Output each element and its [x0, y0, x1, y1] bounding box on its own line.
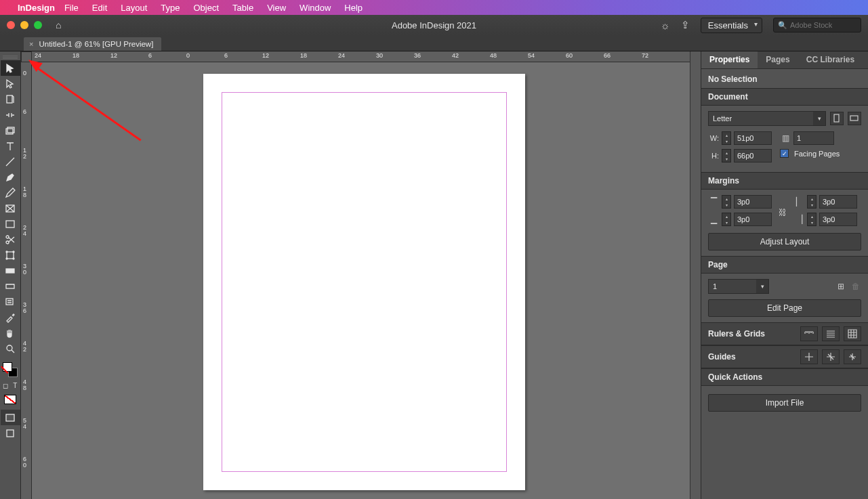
vertical-scrollbar[interactable]	[690, 51, 701, 499]
direct-selection-tool[interactable]	[1, 76, 20, 91]
scissors-tool[interactable]	[1, 232, 20, 247]
rulers-title: Rulers & Grids	[708, 329, 765, 339]
adobe-stock-search[interactable]: 🔍	[773, 18, 861, 32]
add-page-icon[interactable]: ⊞	[835, 281, 846, 292]
rectangle-tool[interactable]	[1, 216, 20, 232]
view-mode-normal[interactable]	[1, 410, 20, 425]
tab-properties[interactable]: Properties	[701, 51, 758, 68]
import-file-button[interactable]: Import File	[708, 394, 861, 412]
lightbulb-icon[interactable]: ☼	[661, 20, 670, 31]
horizontal-ruler[interactable]: 2418126061218243036424854606672	[21, 51, 701, 62]
menu-edit[interactable]: Edit	[92, 3, 107, 13]
margin-left-stepper[interactable]: ▴▾	[807, 195, 817, 209]
edit-page-button[interactable]: Edit Page	[708, 299, 861, 317]
document-grid-icon[interactable]	[844, 326, 861, 341]
svg-point-6	[6, 241, 9, 244]
delete-page-icon[interactable]: 🗑	[850, 281, 861, 292]
orientation-portrait-icon[interactable]	[830, 112, 844, 125]
vertical-ruler[interactable]: 061 21 82 43 03 64 24 85 46 0	[21, 62, 32, 499]
close-window-icon[interactable]	[7, 21, 15, 29]
menu-view[interactable]: View	[267, 3, 286, 13]
content-collector-tool[interactable]	[1, 123, 20, 138]
zoom-window-icon[interactable]	[34, 21, 42, 29]
selection-tool[interactable]	[1, 60, 20, 76]
pencil-tool[interactable]	[1, 185, 20, 200]
window-controls	[7, 21, 42, 29]
margin-bottom-stepper[interactable]: ▴▾	[722, 213, 731, 226]
svg-rect-18	[834, 114, 839, 122]
search-icon: 🔍	[778, 21, 787, 30]
height-stepper[interactable]: ▴▾	[722, 149, 731, 162]
home-icon[interactable]: ⌂	[56, 20, 61, 30]
link-margins-icon[interactable]: ⛓	[777, 207, 788, 218]
page-preset-dropdown[interactable]: Letter▾	[708, 111, 826, 126]
rulers-toggle-icon[interactable]	[800, 326, 818, 341]
gap-tool[interactable]	[1, 107, 20, 123]
formatting-container-icon[interactable]: ◻	[1, 379, 11, 391]
note-tool[interactable]	[1, 294, 20, 309]
width-field[interactable]: 51p0	[734, 131, 772, 145]
panel-grip-icon[interactable]	[3, 55, 18, 59]
menu-help[interactable]: Help	[344, 3, 363, 13]
fill-stroke-swatch[interactable]	[1, 360, 20, 379]
margin-right-stepper[interactable]: ▴▾	[807, 213, 817, 226]
menu-object[interactable]: Object	[194, 3, 220, 13]
apply-none-swatch[interactable]	[1, 391, 20, 407]
adjust-layout-button[interactable]: Adjust Layout	[708, 233, 861, 251]
height-field[interactable]: 66p0	[734, 149, 772, 162]
width-stepper[interactable]: ▴▾	[722, 131, 731, 145]
baseline-grid-icon[interactable]	[822, 326, 840, 341]
page-number-value: 1	[713, 282, 717, 290]
page-spread[interactable]	[203, 74, 525, 490]
guide-options-icon[interactable]	[844, 349, 861, 364]
pen-tool[interactable]	[1, 169, 20, 185]
menu-layout[interactable]: Layout	[121, 3, 147, 13]
menu-window[interactable]: Window	[299, 3, 331, 13]
eyedropper-tool[interactable]	[1, 309, 20, 325]
workspace-selector[interactable]: Essentials	[701, 18, 762, 33]
document-tab[interactable]: × Untitled-1 @ 61% [GPU Preview]	[24, 37, 161, 51]
menu-table[interactable]: Table	[232, 3, 253, 13]
zoom-tool[interactable]	[1, 341, 20, 356]
facing-pages-checkbox[interactable]: ✓	[780, 149, 789, 158]
close-tab-icon[interactable]: ×	[29, 40, 33, 48]
page-number-dropdown[interactable]: 1▾	[708, 279, 769, 294]
formatting-text-icon[interactable]: T	[10, 379, 20, 391]
document-canvas[interactable]	[32, 62, 701, 499]
margin-right-field[interactable]: 3p0	[819, 213, 857, 226]
share-icon[interactable]: ⇪	[681, 19, 690, 31]
type-tool[interactable]	[1, 138, 20, 154]
margin-guides	[222, 92, 507, 472]
minimize-window-icon[interactable]	[20, 21, 28, 29]
preset-value: Letter	[713, 114, 732, 123]
app-name[interactable]: InDesign	[18, 3, 55, 13]
panel-tabs: Properties Pages CC Libraries	[701, 51, 868, 69]
tools-panel: ◻ T	[0, 51, 21, 499]
orientation-landscape-icon[interactable]	[848, 112, 861, 125]
margin-bottom-icon: ▁	[708, 214, 719, 225]
view-mode-preview[interactable]	[1, 425, 20, 441]
gradient-feather-tool[interactable]	[1, 278, 20, 294]
section-guides-header: Guides	[701, 345, 868, 368]
rectangle-frame-tool[interactable]	[1, 200, 20, 216]
svg-point-9	[13, 251, 14, 253]
snap-guides-icon[interactable]	[800, 349, 818, 364]
tab-pages[interactable]: Pages	[758, 51, 798, 68]
menu-file[interactable]: File	[64, 3, 79, 13]
document-tab-label: Untitled-1 @ 61% [GPU Preview]	[39, 40, 153, 48]
gradient-swatch-tool[interactable]	[1, 263, 20, 278]
free-transform-tool[interactable]	[1, 247, 20, 263]
margin-left-field[interactable]: 3p0	[819, 195, 857, 209]
margin-bottom-field[interactable]: 3p0	[734, 213, 772, 226]
hand-tool[interactable]	[1, 325, 20, 341]
line-tool[interactable]	[1, 154, 20, 169]
margin-top-stepper[interactable]: ▴▾	[722, 195, 731, 209]
page-tool[interactable]	[1, 91, 20, 107]
tab-cc-libraries[interactable]: CC Libraries	[798, 51, 863, 68]
smart-guides-icon[interactable]	[822, 349, 840, 364]
stock-search-input[interactable]	[790, 21, 856, 29]
section-page-header: Page	[701, 256, 868, 274]
menu-type[interactable]: Type	[161, 3, 180, 13]
margin-top-field[interactable]: 3p0	[734, 195, 772, 209]
pages-field[interactable]: 1	[793, 131, 834, 145]
